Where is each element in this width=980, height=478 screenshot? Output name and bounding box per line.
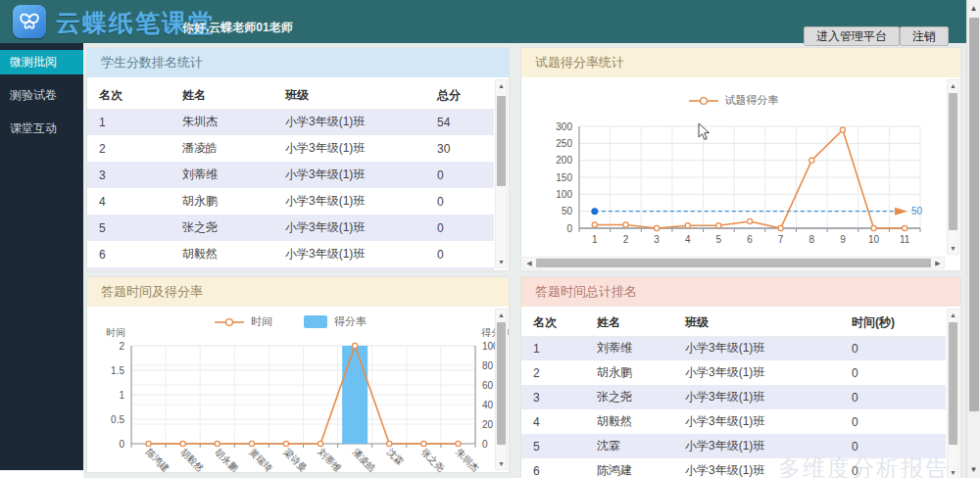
table-header-row: 名次姓名班级时间(秒) bbox=[521, 311, 946, 336]
svg-text:2: 2 bbox=[119, 341, 124, 352]
svg-text:100: 100 bbox=[556, 189, 572, 200]
table-cell: 2 bbox=[521, 360, 585, 385]
table-cell: 1 bbox=[521, 336, 585, 360]
table-cell: 陈鸿建 bbox=[585, 458, 673, 478]
table-row: 1朱圳杰小学3年级(1)班54 bbox=[87, 109, 494, 135]
app-window: 云蝶纸笔课堂 你好,云蝶老师01老师 进入管理平台 注销 微测批阅 测验试卷 课… bbox=[0, 0, 980, 478]
svg-text:张之尧: 张之尧 bbox=[419, 447, 447, 472]
table-cell: 潘凌皓 bbox=[171, 135, 273, 162]
table-cell: 0 bbox=[840, 336, 946, 360]
table-cell: 小学3年级(1)班 bbox=[673, 385, 840, 409]
page-scrollbar[interactable]: ▲ ▼ bbox=[966, 0, 980, 478]
table-cell: 张之尧 bbox=[585, 385, 673, 409]
chart-vertical-scrollbar[interactable]: ▲ ▼ bbox=[947, 79, 959, 255]
scroll-up-icon[interactable]: ▲ bbox=[967, 2, 980, 15]
chart-horizontal-scrollbar[interactable]: ◀ ▶ bbox=[522, 257, 945, 269]
enter-admin-button[interactable]: 进入管理平台 bbox=[804, 26, 900, 46]
scroll-up-icon[interactable]: ▲ bbox=[496, 80, 507, 91]
scroll-up-icon[interactable]: ▲ bbox=[948, 80, 958, 91]
scroll-down-icon[interactable]: ▼ bbox=[948, 467, 958, 478]
time-table-scrollbar[interactable]: ▲ ▼ bbox=[947, 309, 959, 478]
scrollbar-thumb[interactable] bbox=[949, 322, 957, 445]
app-logo bbox=[13, 5, 46, 38]
table-row: 5张之尧小学3年级(1)班0 bbox=[87, 215, 494, 241]
table-cell: 5 bbox=[521, 434, 585, 458]
svg-text:50: 50 bbox=[911, 206, 923, 216]
table-cell: 0 bbox=[425, 188, 494, 215]
panel-time-rate: 答题时间及得分率 时间 得分率 00.511.52020406080100时间得… bbox=[86, 276, 510, 473]
table-row: 6胡毅然小学3年级(1)班0 bbox=[87, 241, 494, 267]
column-header: 名次 bbox=[87, 82, 171, 109]
scroll-down-icon[interactable]: ▼ bbox=[496, 257, 507, 267]
panel-title-score-ranking: 学生分数排名统计 bbox=[87, 48, 509, 77]
svg-text:250: 250 bbox=[556, 138, 572, 149]
legend-label: 得分率 bbox=[334, 314, 367, 329]
table-cell: 小学3年级(1)班 bbox=[273, 162, 425, 188]
svg-text:1.5: 1.5 bbox=[111, 365, 124, 376]
table-cell: 7 bbox=[87, 267, 171, 270]
logout-button[interactable]: 注销 bbox=[900, 26, 949, 46]
scroll-up-icon[interactable]: ▲ bbox=[948, 310, 958, 320]
column-header: 总分 bbox=[425, 82, 494, 109]
table-cell: 小学3年级(1)班 bbox=[273, 188, 425, 215]
scrollbar-thumb[interactable] bbox=[497, 96, 506, 186]
svg-text:5: 5 bbox=[716, 234, 722, 245]
table-row: 2胡永鹏小学3年级(1)班0 bbox=[521, 360, 946, 385]
time-ranking-table: 名次姓名班级时间(秒) 1刘蒂维小学3年级(1)班02胡永鹏小学3年级(1)班0… bbox=[521, 311, 946, 478]
table-row: 6陈鸿建小学3年级(1)班0 bbox=[521, 458, 946, 478]
scroll-down-icon[interactable]: ▼ bbox=[967, 463, 980, 476]
table-header-row: 名次姓名班级总分 bbox=[87, 82, 494, 109]
table-cell: 胡毅然 bbox=[171, 241, 273, 267]
sidebar-item-micro-review[interactable]: 微测批阅 bbox=[0, 50, 83, 74]
table-cell: 0 bbox=[425, 241, 494, 267]
table-cell: 0 bbox=[840, 360, 946, 385]
svg-text:胡毅然: 胡毅然 bbox=[178, 447, 206, 472]
line-series-legend-icon bbox=[689, 96, 718, 106]
table-cell: 小学3年级(1)班 bbox=[273, 267, 425, 270]
scroll-up-icon[interactable]: ▲ bbox=[496, 310, 507, 320]
scroll-down-icon[interactable]: ▼ bbox=[948, 243, 958, 254]
table-cell: 0 bbox=[425, 162, 494, 188]
scroll-down-icon[interactable]: ▼ bbox=[496, 458, 507, 469]
table-row: 4胡永鹏小学3年级(1)班0 bbox=[87, 188, 494, 215]
table-cell: 3 bbox=[521, 385, 585, 409]
scrollbar-thumb[interactable] bbox=[969, 18, 979, 411]
svg-text:9: 9 bbox=[840, 234, 846, 245]
line-series-legend-icon bbox=[215, 317, 244, 327]
table-cell: 0 bbox=[840, 458, 946, 478]
svg-text:黄瑞琦: 黄瑞琦 bbox=[247, 447, 274, 472]
table-row: 3张之尧小学3年级(1)班0 bbox=[521, 385, 946, 409]
svg-text:150: 150 bbox=[556, 172, 572, 183]
panel-score-ranking: 学生分数排名统计 名次姓名班级总分 1朱圳杰小学3年级(1)班542潘凌皓小学3… bbox=[86, 47, 510, 271]
sidebar-item-test-paper[interactable]: 测验试卷 bbox=[0, 83, 83, 108]
table-cell: 30 bbox=[425, 135, 494, 162]
column-header: 班级 bbox=[273, 82, 425, 109]
svg-text:1: 1 bbox=[592, 234, 598, 245]
table-cell: 0 bbox=[840, 385, 946, 409]
chart-legend: 时间 得分率 bbox=[87, 314, 494, 329]
svg-text:8: 8 bbox=[808, 234, 814, 245]
scroll-left-icon[interactable]: ◀ bbox=[523, 258, 535, 268]
table-cell: 0 bbox=[425, 267, 494, 270]
scrollbar-thumb[interactable] bbox=[949, 93, 957, 230]
score-table-scrollbar[interactable]: ▲ ▼ bbox=[495, 79, 508, 268]
table-cell: 朱圳杰 bbox=[171, 109, 273, 135]
panel-title-time-rate: 答题时间及得分率 bbox=[87, 277, 509, 307]
table-cell: 刘蒂维 bbox=[171, 162, 273, 188]
svg-text:50: 50 bbox=[562, 206, 573, 216]
scrollbar-thumb[interactable] bbox=[497, 322, 506, 445]
sidebar-item-class-interaction[interactable]: 课堂互动 bbox=[0, 117, 83, 141]
table-cell: 0 bbox=[425, 215, 494, 241]
table-cell: 2 bbox=[87, 135, 171, 162]
svg-text:80: 80 bbox=[482, 360, 494, 371]
scrollbar-thumb[interactable] bbox=[536, 259, 931, 267]
table-cell: 54 bbox=[425, 109, 494, 135]
chart-legend: 试题得分率 bbox=[521, 93, 946, 108]
svg-text:沈霖: 沈霖 bbox=[385, 447, 406, 467]
table-cell: 小学3年级(1)班 bbox=[673, 360, 840, 385]
chart-vertical-scrollbar[interactable]: ▲ ▼ bbox=[495, 309, 508, 470]
panel-question-rate: 试题得分率统计 试题得分率 05010015020025030012345678… bbox=[520, 47, 961, 271]
scroll-right-icon[interactable]: ▶ bbox=[932, 258, 944, 268]
table-cell: 0 bbox=[840, 434, 946, 458]
table-cell: 小学3年级(1)班 bbox=[673, 336, 840, 360]
